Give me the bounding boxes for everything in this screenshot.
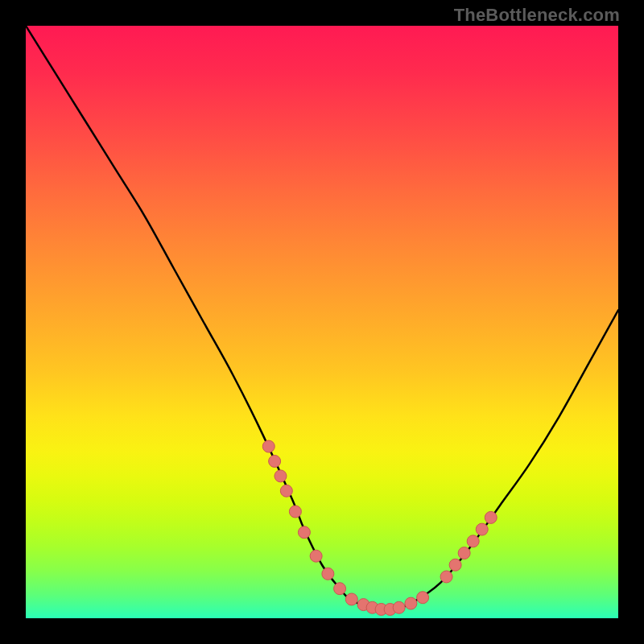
marker-dot bbox=[417, 592, 429, 604]
marker-dot bbox=[449, 559, 461, 571]
marker-dot bbox=[458, 547, 470, 559]
marker-dot bbox=[275, 470, 287, 482]
marker-dot bbox=[289, 506, 301, 518]
marker-dot bbox=[485, 511, 497, 523]
plot-area bbox=[26, 26, 618, 618]
marker-dot bbox=[345, 593, 357, 605]
marker-dot bbox=[440, 571, 452, 583]
marker-dot bbox=[405, 597, 417, 609]
marker-dot bbox=[262, 440, 275, 452]
marker-dot bbox=[334, 583, 346, 595]
marker-dot bbox=[310, 550, 322, 562]
marker-dot bbox=[467, 535, 479, 547]
marker-dot bbox=[280, 485, 292, 497]
marker-dot bbox=[269, 455, 281, 467]
chart-svg bbox=[26, 26, 618, 618]
chart-frame: TheBottleneck.com bbox=[0, 0, 644, 644]
markers-group bbox=[262, 440, 497, 615]
watermark-label: TheBottleneck.com bbox=[454, 5, 620, 26]
marker-dot bbox=[322, 568, 334, 580]
curve-group bbox=[26, 26, 618, 610]
curve-line bbox=[26, 26, 618, 610]
marker-dot bbox=[476, 523, 488, 535]
marker-dot bbox=[393, 601, 405, 613]
marker-dot bbox=[298, 526, 310, 539]
